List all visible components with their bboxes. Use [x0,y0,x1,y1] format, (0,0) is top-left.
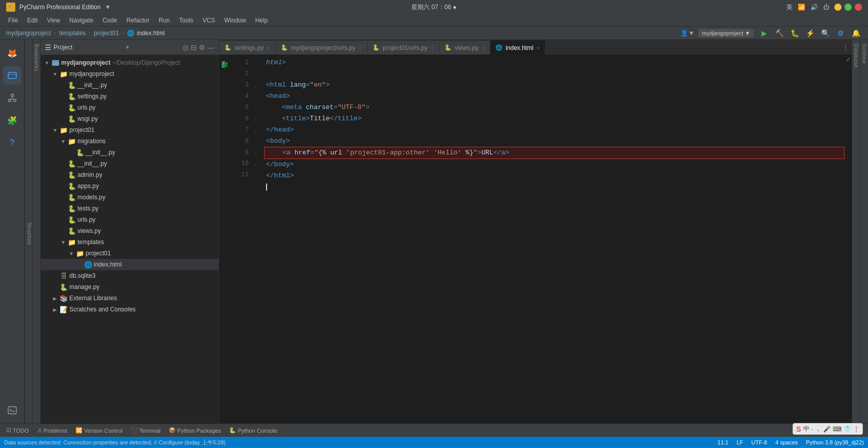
tab-views-py[interactable]: 🐍 views.py × [439,40,490,55]
tree-urls-py-2[interactable]: 🐍 urls.py [41,214,219,225]
project-icon[interactable] [3,66,21,85]
tree-mydjangoproject-folder[interactable]: ▼ 📁 mydjangoproject [41,68,219,80]
menu-edit[interactable]: Edit [23,16,42,25]
menu-refactor[interactable]: Refactor [122,16,153,25]
build-button[interactable]: 🔨 [773,27,785,39]
tree-init-py-2[interactable]: 🐍 __init__.py [41,158,219,169]
ime-zh[interactable]: 中 [803,425,809,433]
status-line-sep[interactable]: LF [737,439,743,445]
version-control-item[interactable]: 🔀 Version Control [73,427,124,434]
tree-templates-project01-folder[interactable]: ▼ 📁 project01 [41,248,219,259]
panel-hide-icon[interactable]: — [207,43,215,51]
tree-urls-py-1[interactable]: 🐍 urls.py [41,102,219,113]
menu-window[interactable]: Window [220,16,250,25]
ime-keyboard[interactable]: ⌨ [833,426,841,433]
tree-external-libraries[interactable]: ▶ 📚 External Libraries [41,293,219,304]
tree-apps-py[interactable]: 🐍 apps.py [41,180,219,192]
tree-scratches-consoles[interactable]: ▶ 📝 Scratches and Consoles [41,304,219,315]
problems-item[interactable]: ⚠ Problems [35,427,69,434]
breadcrumb-file[interactable]: index.html [137,30,165,37]
fold-10[interactable]: ⌄ [254,161,257,167]
tree-migrations-folder[interactable]: ▼ 📁 migrations [41,136,219,147]
ime-shirt[interactable]: 👕 [844,426,851,433]
status-python-version[interactable]: Python 3.8 (py38_dj22) [806,439,864,445]
help-icon[interactable]: ? [3,134,21,152]
tree-db-sqlite3[interactable]: 🗄 db.sqlite3 [41,270,219,281]
tree-index-html[interactable]: 🌐 index.html [41,259,219,270]
status-indent[interactable]: 4 spaces [775,439,798,445]
menu-vcs[interactable]: VCS [198,16,219,25]
tree-project01-folder[interactable]: ▼ 📁 project01 [41,124,219,136]
fold-7[interactable]: ⌄ [254,127,257,133]
bookmarks-label[interactable]: Bookmarks [34,44,39,72]
ime-s-icon[interactable]: S [796,425,801,433]
ime-mic[interactable]: 🎤 [823,426,831,433]
tree-views-py[interactable]: 🐍 views.py [41,225,219,236]
tree-models-py[interactable]: 🐍 models.py [41,192,219,203]
panel-settings-icon[interactable]: ⚙ [199,43,205,51]
tree-wsgi-py[interactable]: 🐍 wsgi.py [41,113,219,124]
python-packages-item[interactable]: 📦 Python Packages [167,427,223,434]
menu-view[interactable]: View [43,16,64,25]
tree-migrations-init-py[interactable]: 🐍 __init__.py [41,147,219,158]
tab-settings-py-close[interactable]: × [267,45,270,51]
menu-navigate[interactable]: Navigate [65,16,97,25]
maximize-button[interactable] [845,4,852,11]
tab-project01-urls-py[interactable]: 🐍 project01/urls.py × [367,40,439,55]
tab-project01-urls-close[interactable]: × [431,45,434,51]
tab-settings-py[interactable]: 🐍 settings.py × [219,40,276,55]
tab-index-html-close[interactable]: × [537,45,540,51]
power-icon[interactable]: ⏻ [823,4,829,11]
database-label[interactable]: Database [853,44,859,68]
addons-icon[interactable]: 🧩 [3,111,21,129]
breadcrumb-templates[interactable]: templates [59,30,86,37]
panel-title-arrow[interactable]: ▼ [125,44,130,50]
fold-1[interactable]: ⌄ [254,60,257,66]
breadcrumb-project01[interactable]: project01 [94,30,119,37]
firefox-icon[interactable]: 🦊 [3,44,21,62]
dropdown-arrow[interactable]: ▼ [104,4,111,11]
tab-views-py-close[interactable]: × [481,45,484,51]
fold-3[interactable]: ⌄ [254,82,257,88]
menu-help[interactable]: Help [251,16,272,25]
terminal-icon-sidebar[interactable] [3,401,21,419]
tab-index-html[interactable]: 🌐 index.html × [490,40,545,55]
fold-6[interactable]: ⌄ [254,116,257,122]
tab-mydjangoproject-urls-py[interactable]: 🐍 mydjangoproject/urls.py × [276,40,367,55]
debug-button[interactable]: 🐛 [788,27,801,39]
todo-item[interactable]: ☑ TODO [4,427,31,434]
notifications-button[interactable]: 🔔 [850,27,862,39]
project-dropdown-icon[interactable]: ☰ [45,43,51,51]
minimize-button[interactable] [834,4,841,11]
terminal-item[interactable]: ⬛ Terminal [128,427,163,434]
tree-manage-py[interactable]: 🐍 manage.py [41,281,219,293]
menu-run[interactable]: Run [154,16,174,25]
search-everywhere-button[interactable]: 🔍 [819,27,831,39]
lang-indicator[interactable]: 英 [786,3,793,12]
menu-code[interactable]: Code [98,16,121,25]
vcs-icon[interactable] [3,89,21,107]
profile-button[interactable]: ⚡ [804,27,816,39]
code-editor[interactable]: 🐉 1 2 3 4 5 6 7 8 9 10 [219,55,852,424]
run-button[interactable]: ▶ [758,27,770,39]
fold-9[interactable]: ⌄ [254,149,257,155]
tree-init-py-1[interactable]: 🐍 __init__.py [41,80,219,91]
tree-admin-py[interactable]: 🐍 admin.py [41,169,219,180]
status-position[interactable]: 11:1 [718,439,728,445]
user-icon[interactable]: 👤▼ [680,30,694,37]
tree-settings-py[interactable]: 🐍 settings.py [41,91,219,102]
ime-more[interactable]: ⋮ [853,426,859,433]
status-encoding[interactable]: UTF-8 [751,439,767,445]
menu-tools[interactable]: Tools [175,16,197,25]
collapse-all-icon[interactable]: ⊟ [191,43,197,51]
ime-comma[interactable]: ， [815,425,821,433]
settings-button[interactable]: ⚙ [834,27,847,39]
breadcrumb-root[interactable]: mydjangoproject [6,30,51,37]
tree-templates-folder[interactable]: ▼ 📁 templates [41,236,219,248]
locate-icon[interactable]: ◎ [182,43,189,51]
close-button[interactable] [855,4,862,11]
project-selector[interactable]: mydjangoproject ▼ [698,29,754,37]
menu-file[interactable]: File [4,16,22,25]
tree-root[interactable]: ▼ mydjangoproject ~/Desktop/DjangoProjec… [41,57,219,68]
network-icon[interactable]: 📶 [798,4,805,11]
